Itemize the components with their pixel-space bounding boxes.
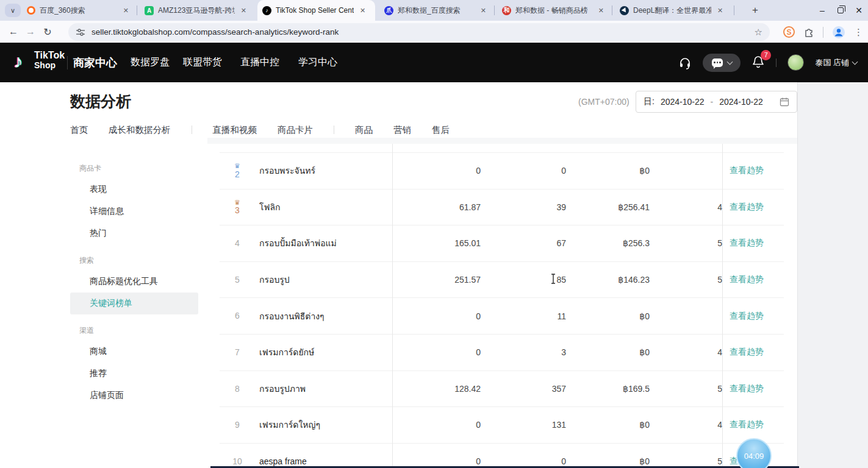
tab-growth-analytics[interactable]: 成长和数据分析: [109, 124, 171, 136]
zhenghe-favicon: 和: [502, 6, 511, 15]
view-trend-link[interactable]: 查看趋势: [730, 335, 764, 370]
metric-value-2-text: 11: [557, 311, 566, 321]
keyword-cell: กรอบพระจันทร์: [259, 153, 389, 189]
tab-title: TikTok Shop Seller Cente: [276, 6, 354, 15]
browser-tab[interactable]: A AMZ123亚马逊导航-跨境 ✕: [140, 0, 253, 21]
sidebar-item-title-optimizer[interactable]: 商品标题优化工具: [70, 271, 198, 292]
metric-value-2: 67: [488, 225, 566, 261]
rank-cell: ♛ 2: [220, 153, 255, 189]
page-title: 数据分析: [70, 91, 131, 112]
metric-value-2: 131: [488, 407, 566, 443]
metric-value-2-text: 131: [552, 420, 566, 430]
metric-value-1: 0: [403, 444, 481, 468]
sidebar-item-keyword-rank[interactable]: 关键词榜单: [70, 292, 198, 314]
rank-value: 7: [235, 348, 240, 357]
sidebar-item-recommend[interactable]: 推荐: [70, 363, 198, 385]
url-text[interactable]: seller.tiktokglobalshop.com/compass/sear…: [91, 27, 748, 37]
frozen-column-divider-right: [722, 144, 723, 468]
metric-value-1: 0: [403, 335, 481, 370]
metric-value-3: ฿169.5: [569, 371, 650, 407]
browser-tab[interactable]: 和 郑和数据 - 畅销商品榜 ✕: [497, 0, 611, 21]
sidebar-item-trending[interactable]: 热门: [70, 222, 198, 244]
rank-cell: 8: [220, 371, 255, 407]
tab-aftersale[interactable]: 售后: [432, 124, 450, 136]
view-trend-link[interactable]: 查看趋势: [730, 190, 764, 225]
view-trend-link[interactable]: 查看趋势: [730, 298, 764, 334]
shop-switcher[interactable]: 泰国 店铺: [815, 57, 857, 68]
profile-icon[interactable]: [832, 26, 845, 39]
tiktok-shop-logo[interactable]: TikTok Shop: [34, 50, 65, 70]
keyword-cell: กรอบงานพิธีต่างๆ: [259, 298, 389, 334]
window-minimize-button[interactable]: –: [813, 0, 831, 21]
nav-live-center[interactable]: 直播中控: [240, 43, 279, 82]
nav-learning-center[interactable]: 学习中心: [298, 43, 337, 82]
view-trend-link[interactable]: 查看趋势: [730, 225, 764, 261]
extension-s-icon[interactable]: S: [783, 26, 795, 38]
reload-button[interactable]: ↻: [39, 23, 56, 40]
browser-tab-active[interactable]: ♪ TikTok Shop Seller Cente ✕: [257, 0, 375, 21]
browser-tab[interactable]: 爪 郑和数据_百度搜索 ✕: [379, 0, 493, 21]
window-close-button[interactable]: ✕: [850, 0, 868, 21]
notifications-button[interactable]: 7: [751, 55, 765, 71]
tab-close-icon[interactable]: ✕: [239, 6, 248, 15]
messages-button[interactable]: [703, 54, 741, 72]
metric-value-2: 85: [488, 262, 566, 298]
chevron-down-icon: [852, 58, 858, 65]
back-button[interactable]: ←: [5, 23, 22, 40]
headset-icon[interactable]: [678, 56, 692, 69]
rank-cell: 7: [220, 335, 255, 370]
view-trend-link[interactable]: 查看趋势: [730, 153, 764, 189]
sidebar-item-mall[interactable]: 商城: [70, 341, 198, 363]
tab-close-icon[interactable]: ✕: [479, 6, 488, 15]
tab-close-icon[interactable]: ✕: [358, 6, 367, 15]
date-type-label: 日:: [644, 96, 655, 107]
tab-close-icon[interactable]: ✕: [597, 6, 606, 15]
clipped-left-value: 2: [392, 444, 396, 468]
tab-close-icon[interactable]: ✕: [121, 6, 131, 15]
keyword-cell: เฟรมการ์ดยักษ์: [259, 335, 389, 370]
sidebar-item-shop-page[interactable]: 店铺页面: [70, 385, 198, 406]
browser-menu-icon[interactable]: ⋮: [854, 27, 863, 38]
browser-tab[interactable]: 百度_360搜索 ✕: [22, 0, 135, 21]
tab-home[interactable]: 首页: [70, 124, 88, 136]
floating-timer-badge[interactable]: 04:09: [736, 438, 772, 468]
view-trend-link[interactable]: 查看趋势: [730, 262, 764, 298]
rank-cell: 6: [220, 298, 255, 334]
keyword-cell: กรอบรูป: [259, 262, 389, 298]
header-separator: [776, 58, 777, 67]
sidebar-item-performance[interactable]: 表现: [70, 179, 198, 200]
date-range-picker[interactable]: 日: 2024-10-22 - 2024-10-22: [636, 91, 797, 113]
tab-title: 百度_360搜索: [40, 5, 117, 16]
view-trend-link[interactable]: 查看趋势: [730, 407, 764, 443]
keyword-rank-table: ♛ 2 กรอบพระจันทร์ 2 0 0 ฿0 查看趋势 ♛ 3 โฟลิ…: [220, 144, 784, 468]
clipped-left-value: 2: [392, 153, 396, 189]
extensions-puzzle-icon[interactable]: [803, 27, 814, 38]
shop-avatar[interactable]: [787, 54, 804, 71]
bookmark-star-icon[interactable]: ☆: [755, 27, 762, 38]
tab-separator: [494, 5, 495, 15]
keyword-cell: กรอบรูปภาพ: [259, 371, 389, 407]
forward-button[interactable]: →: [22, 23, 39, 40]
sidebar-item-details[interactable]: 详细信息: [70, 200, 198, 222]
tab-live-video[interactable]: 直播和视频: [213, 124, 257, 136]
tab-search-button[interactable]: ∨: [5, 4, 21, 17]
tab-product-card[interactable]: 商品卡片: [278, 124, 313, 136]
360-search-favicon: [27, 6, 35, 15]
browser-tab[interactable]: DeepL翻译：全世界最准确 ✕: [615, 0, 731, 21]
nav-data-compass[interactable]: 数据罗盘: [131, 43, 170, 82]
tab-close-icon[interactable]: ✕: [716, 6, 725, 15]
tab-marketing[interactable]: 营销: [393, 124, 411, 136]
site-settings-icon[interactable]: [76, 27, 85, 37]
nav-seller-center[interactable]: 商家中心: [73, 43, 117, 82]
clipped-left-value: 3: [392, 298, 396, 334]
clipped-right-value: 4: [715, 190, 722, 225]
tab-product[interactable]: 商品: [355, 124, 373, 136]
keyword-cell: กรอบปั้มมือเท้าพ่อแม่: [259, 225, 389, 261]
new-tab-button[interactable]: +: [747, 2, 763, 18]
chevron-down-icon: ∨: [10, 7, 15, 15]
table-row: 8 กรอบรูปภาพ 3 128.42 357 ฿169.5 5 查看趋势: [220, 371, 784, 408]
view-trend-link[interactable]: 查看趋势: [730, 371, 764, 407]
nav-affiliate[interactable]: 联盟带货: [183, 43, 222, 82]
window-restore-button[interactable]: [831, 0, 850, 21]
url-bar[interactable]: seller.tiktokglobalshop.com/compass/sear…: [68, 23, 770, 41]
